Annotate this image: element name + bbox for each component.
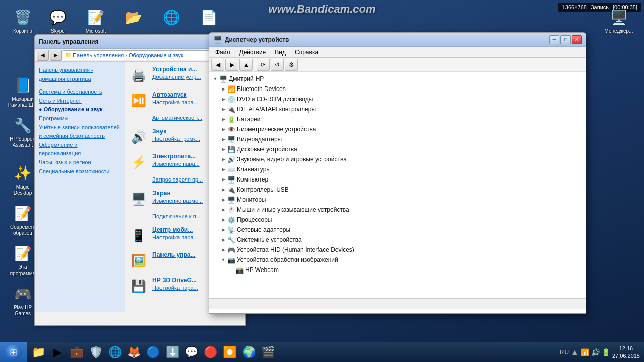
ide-expander[interactable]: ▶ xyxy=(219,105,227,113)
taskbar-hp[interactable]: 💼 xyxy=(67,343,86,361)
desktop-icon-skype[interactable]: 💬 Skype xyxy=(40,5,75,36)
dm-close-button[interactable]: ✕ xyxy=(572,35,582,44)
cp-power-param-link[interactable]: Изменение пара... xyxy=(152,160,203,168)
tree-battery[interactable]: ▶ 🔋 Батареи xyxy=(209,114,586,124)
tree-webcam[interactable]: 📸 HP Webcam xyxy=(209,265,586,275)
video-expander[interactable]: ▶ xyxy=(219,135,227,143)
monitors-expander[interactable]: ▶ xyxy=(219,196,227,204)
tree-keyboard[interactable]: ▶ ⌨️ Клавиатуры xyxy=(209,164,586,174)
dvd-expander[interactable]: ▶ xyxy=(219,95,227,103)
cp-autorun-auto-link[interactable]: Автоматическое т... xyxy=(152,114,202,122)
tree-dvd[interactable]: ▶ 💿 DVD и CD-ROM дисководы xyxy=(209,94,586,104)
desktop-icon-recycle[interactable]: 🗑️ Корзина xyxy=(5,5,40,36)
taskbar-opera[interactable]: 🔴 xyxy=(201,343,219,361)
taskbar-ie[interactable]: 🌐 xyxy=(106,343,124,361)
disk-expander[interactable]: ▶ xyxy=(219,145,227,153)
taskbar-firefox[interactable]: 🦊 xyxy=(125,343,143,361)
dm-menu-help[interactable]: Справка xyxy=(291,48,323,57)
desktop-icon-app3[interactable]: 📂 xyxy=(116,5,151,30)
tree-root[interactable]: ▼ 🖥️ Дмитрий-HP xyxy=(209,74,586,84)
cpu-expander[interactable]: ▶ xyxy=(219,216,227,224)
cp-panel-link[interactable]: Панель упра... xyxy=(152,251,195,258)
network-expander[interactable]: ▶ xyxy=(219,226,227,234)
cp-power-pass-link[interactable]: Запрос пароля пр... xyxy=(152,175,203,184)
taskbar-skype[interactable]: 💬 xyxy=(182,343,200,361)
dm-properties-button[interactable]: ⚙ xyxy=(285,59,298,71)
taskbar-media[interactable]: ▶ xyxy=(48,343,66,361)
cp-sound-link[interactable]: Звук xyxy=(152,128,166,135)
taskbar-record[interactable]: ⏺️ xyxy=(220,343,238,361)
usb-expander[interactable]: ▶ xyxy=(219,186,227,194)
cp-clock-link[interactable]: Часы, язык и регион xyxy=(39,158,121,167)
dm-back-button[interactable]: ◀ xyxy=(211,59,224,71)
cp-network-link[interactable]: Сеть и Интернет xyxy=(39,97,121,106)
sound-expander[interactable]: ▶ xyxy=(219,155,227,163)
dm-titlebar[interactable]: 🖥️ Диспетчер устройств ─ □ ✕ xyxy=(209,33,586,47)
taskbar-clock[interactable]: 12:16 27.06.2015 xyxy=(612,345,640,359)
tray-arrow[interactable]: ▲ xyxy=(571,348,579,357)
cp-power-link[interactable]: Электропита... xyxy=(152,153,196,160)
dm-up-button[interactable]: ▲ xyxy=(239,59,253,71)
tree-computer[interactable]: ▶ 🖥️ Компьютер xyxy=(209,174,586,185)
cp-programs-link[interactable]: Программы xyxy=(39,114,121,123)
tree-disk[interactable]: ▶ 💾 Дисковые устройства xyxy=(209,144,586,154)
tree-usb[interactable]: ▶ 🔌 Контроллеры USB xyxy=(209,185,586,195)
dm-refresh2-button[interactable]: ↺ xyxy=(271,59,284,71)
desktop-icon-app4[interactable]: 🌐 xyxy=(153,5,189,30)
cp-accessibility-link[interactable]: Специальные возможности xyxy=(39,167,121,176)
bluetooth-expander[interactable]: ▶ xyxy=(219,85,227,93)
tree-monitors[interactable]: ▶ 🖥️ Мониторы xyxy=(209,195,586,205)
tree-hid[interactable]: ▶ 🎮 Устройства HID (Human Interface Devi… xyxy=(209,245,586,255)
cp-autorun-param-link[interactable]: Настройка пара... xyxy=(152,98,202,107)
cp-add-device-link[interactable]: Добавление устр... xyxy=(152,73,201,81)
computer-expander[interactable]: ▶ xyxy=(219,175,227,184)
cp-mobile-param-link[interactable]: Настройка пара... xyxy=(152,233,198,242)
dm-minimize-button[interactable]: ─ xyxy=(549,35,559,44)
desktop-icon-monitor[interactable]: 🖥️ Менеджер... xyxy=(601,5,636,36)
dm-menu-view[interactable]: Вид xyxy=(271,48,290,57)
dm-refresh1-button[interactable]: ⟳ xyxy=(257,59,270,71)
taskbar-chrome[interactable]: 🔵 xyxy=(144,343,162,361)
cp-autorun-link[interactable]: Автозапуск xyxy=(152,91,187,98)
dm-menu-file[interactable]: Файл xyxy=(211,48,234,57)
biometric-expander[interactable]: ▶ xyxy=(219,125,227,133)
tree-mouse[interactable]: ▶ 🖱️ Мыши и иные указывающие устройства xyxy=(209,205,586,215)
system-expander[interactable]: ▶ xyxy=(219,236,227,244)
cp-sound-param-link[interactable]: Настройка громк... xyxy=(152,135,200,143)
battery-expander[interactable]: ▶ xyxy=(219,115,227,123)
cp-devices-link[interactable]: Устройства и... xyxy=(152,66,197,73)
desktop-icon-app5[interactable]: 📄 xyxy=(191,5,226,30)
taskbar-explorer[interactable]: 📁 xyxy=(29,343,47,361)
dm-forward-button[interactable]: ▶ xyxy=(225,59,238,71)
cp-hardware-link[interactable]: ● Оборудование и звук xyxy=(39,105,121,114)
root-expander[interactable]: ▼ xyxy=(211,75,219,83)
cp-forward-button[interactable]: ▶ xyxy=(50,50,62,61)
cp-screen-link[interactable]: Экран xyxy=(152,190,171,197)
dm-maximize-button[interactable]: □ xyxy=(560,35,571,44)
taskbar-antivirus[interactable]: 🛡️ xyxy=(87,343,105,361)
cp-mobile-link[interactable]: Центр моби... xyxy=(152,226,193,233)
keyboard-expander[interactable]: ▶ xyxy=(219,165,227,173)
cp-screen-size-link[interactable]: Изменение разме... xyxy=(152,197,203,205)
cp-hp3d-param-link[interactable]: Настройка пара... xyxy=(152,284,198,292)
cp-hp3d-link[interactable]: HP 3D DriveG... xyxy=(152,277,197,284)
tree-cpu[interactable]: ▶ ⚙️ Процессоры xyxy=(209,215,586,225)
tree-bluetooth[interactable]: ▶ 📶 Bluetooth Devices xyxy=(209,84,586,94)
hid-expander[interactable]: ▶ xyxy=(219,246,227,254)
taskbar-lang-tool[interactable]: 🌍 xyxy=(239,343,258,361)
tree-imaging[interactable]: ▼ 📷 Устройства обработки изображений xyxy=(209,255,586,265)
cp-home-link[interactable]: Панель управления -домашняя страница xyxy=(39,66,121,83)
taskbar-torrent[interactable]: ⬇️ xyxy=(163,343,181,361)
tree-video[interactable]: ▶ 🖥️ Видеоадаптеры xyxy=(209,134,586,144)
mouse-expander[interactable]: ▶ xyxy=(219,206,227,214)
tree-system[interactable]: ▶ 🔧 Системные устройства xyxy=(209,235,586,245)
cp-system-link[interactable]: Система и безопасность xyxy=(39,87,121,97)
cp-accounts-link[interactable]: Учётные записи пользователей и семейная … xyxy=(39,123,121,141)
dm-menu-action[interactable]: Действие xyxy=(235,48,270,57)
tree-ide[interactable]: ▶ 🔌 IDE ATA/ATAPI контроллеры xyxy=(209,104,586,114)
cp-appearance-link[interactable]: Оформление и персонализация xyxy=(39,141,121,158)
tree-sound[interactable]: ▶ 🔊 Звуковые, видео и игровые устройства xyxy=(209,154,586,164)
start-button[interactable]: ⊞ xyxy=(0,342,27,363)
taskbar-video[interactable]: 🎬 xyxy=(259,343,277,361)
cp-screen-connect-link[interactable]: Подключение к п... xyxy=(152,212,203,221)
